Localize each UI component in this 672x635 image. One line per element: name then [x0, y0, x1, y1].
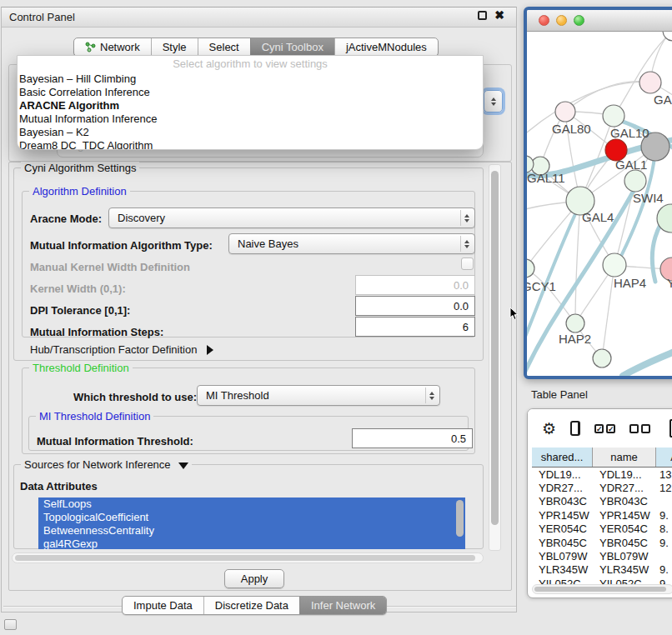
node[interactable] — [639, 72, 661, 93]
scrollbar-thumb[interactable] — [15, 555, 475, 561]
node-label: GAL1 — [615, 158, 647, 172]
screen: Control Panel ✖ Network — [0, 0, 672, 635]
algorithm-combobox-arrows[interactable] — [484, 90, 503, 112]
network-tab-icon — [85, 42, 96, 52]
node-gcy1[interactable] — [527, 259, 534, 278]
collapse-arrow-icon — [178, 462, 188, 469]
combo-up-arrow-icon — [491, 98, 496, 101]
network-view-window[interactable]: GAL80 GAL10 GAL1 GAL11 SWI4 GAL4 GCY1 HA… — [524, 7, 672, 379]
node-label: GAL10 — [610, 126, 649, 140]
dpi-tolerance-label: DPI Tolerance [0,1]: — [30, 304, 130, 317]
algorithm-option[interactable]: Bayesian – Hill Climbing — [18, 72, 483, 86]
table-row[interactable]: YLR345WYLR345W9. — [532, 563, 672, 577]
mouse-cursor — [509, 307, 519, 321]
column-header-shared-name[interactable]: shared... — [532, 448, 593, 467]
attribute-item-selected[interactable]: SelfLoops — [38, 498, 465, 511]
columns-icon[interactable] — [570, 421, 580, 436]
algorithm-option[interactable]: Mutual Information Inference — [18, 112, 483, 126]
control-panel-titlebar: Control Panel ✖ — [2, 8, 516, 28]
scrollbar-thumb[interactable] — [534, 587, 666, 592]
tab-network[interactable]: Network — [74, 38, 151, 56]
data-attributes-list[interactable]: SelfLoops TopologicalCoefficient Between… — [38, 498, 465, 549]
select-all-icon[interactable]: ✓✓ — [594, 424, 615, 433]
mi-threshold-input[interactable]: 0.5 — [352, 428, 473, 448]
network-canvas[interactable]: GAL80 GAL10 GAL1 GAL11 SWI4 GAL4 GCY1 HA… — [527, 32, 672, 376]
column-header-partial[interactable]: A — [656, 448, 672, 467]
network-window-titlebar — [527, 10, 672, 32]
combo-arrows-icon — [460, 210, 473, 226]
kernel-width-input[interactable]: 0.0 — [355, 275, 475, 295]
aracne-mode-combobox[interactable]: Discovery — [108, 208, 475, 228]
close-panel-button[interactable]: ✖ — [494, 11, 504, 20]
algorithm-option[interactable]: Bayesian – K2 — [18, 126, 483, 139]
table-row[interactable]: YDL19...YDL19...13 — [532, 468, 672, 481]
node-label: GAL4 — [582, 210, 614, 224]
manual-kernel-width-checkbox[interactable] — [461, 258, 474, 270]
hub-definition-expander[interactable]: Hub/Transcription Factor Definition — [30, 343, 213, 356]
node-label: GCY1 — [527, 279, 556, 293]
threshold-definition-legend: Threshold Definition — [29, 362, 133, 374]
node-gal10[interactable] — [603, 105, 624, 127]
mi-algorithm-type-combobox[interactable]: Naive Bayes — [228, 233, 475, 254]
float-panel-button[interactable] — [478, 11, 487, 20]
tab-infer-network[interactable]: Infer Network — [299, 597, 386, 614]
tab-impute-data[interactable]: Impute Data — [123, 597, 203, 614]
manual-kernel-width-label: Manual Kernel Width Definition — [30, 261, 190, 273]
table-row[interactable]: YBR045CYBR045C9. — [532, 536, 672, 549]
attributes-scrollbar[interactable] — [456, 500, 464, 537]
attribute-item-selected[interactable]: BetweennessCentrality — [38, 524, 465, 538]
settings-horizontal-scrollbar[interactable] — [12, 552, 484, 563]
tab-cyni-toolbox[interactable]: Cyni Toolbox — [250, 38, 334, 56]
table-horizontal-scrollbar[interactable] — [532, 584, 672, 594]
tab-discretize-data[interactable]: Discretize Data — [203, 597, 299, 614]
table-row[interactable]: YER054CYER054C8. — [532, 522, 672, 536]
dpi-tolerance-input[interactable]: 0.0 — [355, 296, 475, 316]
minimize-window-button[interactable] — [556, 15, 567, 26]
combo-down-arrow-icon — [491, 102, 496, 106]
algorithm-option[interactable]: Dream8 DC_TDC Algorithm — [18, 139, 483, 150]
node-label: GAL — [654, 92, 672, 107]
tab-jactivemnodules[interactable]: jActiveMNodules — [334, 38, 438, 56]
sources-legend[interactable]: Sources for Network Inference — [21, 458, 192, 471]
column-header-name[interactable]: name — [593, 448, 656, 467]
node[interactable] — [593, 349, 611, 368]
float-panel-icon[interactable] — [4, 619, 17, 630]
node-swi4[interactable] — [624, 170, 646, 192]
tab-select[interactable]: Select — [198, 38, 250, 56]
table-header-row: shared... name A — [532, 448, 672, 468]
table-row[interactable]: YPR145WYPR145W9. — [532, 508, 672, 522]
gear-icon[interactable]: ⚙ — [542, 421, 556, 437]
mi-steps-label: Mutual Information Steps: — [30, 326, 163, 338]
control-panel-window: Control Panel ✖ Network — [1, 7, 517, 612]
table-row[interactable]: YBL079WYBL079W — [532, 549, 672, 562]
apply-button[interactable]: Apply — [224, 569, 284, 588]
attribute-item-selected[interactable]: TopologicalCoefficient — [38, 511, 465, 524]
mi-steps-input[interactable]: 6 — [355, 317, 475, 337]
node-label: SWI4 — [633, 191, 664, 205]
cyni-bottom-tabbar: Impute Data Discretize Data Infer Networ… — [122, 596, 387, 615]
aracne-mode-label: Aracne Mode: — [30, 212, 102, 225]
close-window-button[interactable] — [539, 15, 549, 26]
tab-style[interactable]: Style — [151, 38, 198, 56]
scrollbar-thumb[interactable] — [491, 171, 499, 525]
algorithm-dropdown-popup: Select algorithm to view settings Bayesi… — [17, 55, 484, 150]
network-graph: GAL80 GAL10 GAL1 GAL11 SWI4 GAL4 GCY1 HA… — [527, 32, 672, 376]
attribute-item-selected[interactable]: gal4RGexp — [38, 538, 465, 549]
node-gal80[interactable] — [555, 102, 575, 122]
tab-network-label: Network — [100, 41, 140, 53]
node-hap4[interactable] — [603, 253, 626, 277]
which-threshold-combobox[interactable]: MI Threshold — [197, 385, 440, 406]
mi-threshold-label: Mutual Information Threshold: — [37, 435, 193, 448]
table-row[interactable]: YBR043CYBR043C — [532, 495, 672, 508]
settings-vertical-scrollbar[interactable] — [489, 164, 501, 551]
algorithm-definition-legend: Algorithm Definition — [29, 185, 130, 198]
algorithm-option-selected[interactable]: ARACNE Algorithm — [18, 99, 483, 112]
node-hap2[interactable] — [566, 314, 584, 332]
network-node-labels: GAL80 GAL10 GAL1 GAL11 SWI4 GAL4 GCY1 HA… — [527, 92, 672, 346]
mi-threshold-definition-legend: MI Threshold Definition — [36, 410, 153, 422]
deselect-all-icon[interactable] — [629, 424, 650, 433]
table-row[interactable]: YDR27...YDR27...12 — [532, 481, 672, 494]
algorithm-option[interactable]: Basic Correlation Inference — [18, 86, 483, 99]
zoom-window-button[interactable] — [574, 15, 584, 26]
node-label: Y — [667, 276, 672, 290]
